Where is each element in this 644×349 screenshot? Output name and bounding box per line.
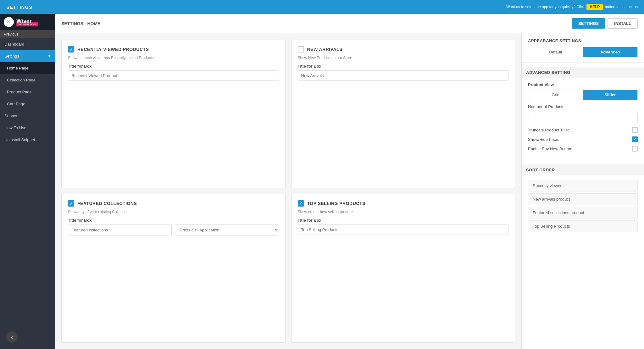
sub-header: SETTINGS - HOME SETTINGS INSTALL xyxy=(55,14,644,33)
truncate-row: Truncate Product Title: xyxy=(528,127,638,133)
sort-item-0[interactable]: Recently viewed xyxy=(528,180,638,191)
sidebar-nav: Dashboard Settings ▾ Home Page Collectio… xyxy=(0,38,55,325)
checkbox-new-arrivals[interactable] xyxy=(298,46,304,53)
btn-default[interactable]: Default xyxy=(528,47,583,57)
card-recently-viewed-title: RECENTLY VIEWED PRODUCTS xyxy=(77,47,149,52)
card-featured-collections-desc: Show any of your existing Collections xyxy=(68,210,279,214)
card-new-arrivals-title: NEW ARRIVALS xyxy=(307,47,343,52)
sort-item-2[interactable]: Featured collections product xyxy=(528,207,638,219)
cards-area: RECENTLY VIEWED PRODUCTS Show on each vi… xyxy=(55,33,521,349)
sidebar: 👁 Wiser commendation Previous Dashboard … xyxy=(0,14,55,349)
num-products-label: Number of Products: xyxy=(528,104,565,109)
recently-viewed-input[interactable] xyxy=(68,70,279,81)
sidebar-item-product-page[interactable]: Product Page xyxy=(0,86,55,98)
card-featured-collections: FEATURED COLLECTIONS Show any of your ex… xyxy=(61,194,286,343)
card-top-selling-desc: Show on our best selling products xyxy=(298,210,509,214)
checkbox-show-price[interactable] xyxy=(632,136,638,142)
card-new-arrivals: NEW ARRIVALS Show New Products in our St… xyxy=(291,40,515,188)
buy-now-label: Enable Buy Now Button: xyxy=(528,147,572,151)
card-featured-collections-title: FEATURED COLLECTIONS xyxy=(77,201,137,206)
install-button[interactable]: INSTALL xyxy=(608,18,638,29)
sidebar-item-uninstall-snippet[interactable]: Uninstall Snippet xyxy=(0,134,55,146)
chevron-down-icon: ▾ xyxy=(48,54,51,58)
checkbox-buy-now[interactable] xyxy=(632,146,638,152)
main-content: SETTINGS - HOME SETTINGS INSTALL RECENTL… xyxy=(55,14,644,349)
topbar-help-text: Want us to setup the app for you quickly… xyxy=(506,5,585,9)
card-new-arrivals-header: NEW ARRIVALS xyxy=(298,46,509,53)
btn-slider[interactable]: Slider xyxy=(583,90,638,100)
buy-now-row: Enable Buy Now Button: xyxy=(528,146,638,152)
sidebar-previous: Previous xyxy=(0,30,55,38)
checkbox-featured-collections[interactable] xyxy=(68,200,74,207)
btn-advanced[interactable]: Advanced xyxy=(583,47,638,57)
sort-title: SORT ORDER xyxy=(522,164,644,175)
sidebar-item-how-to-use[interactable]: How To Use xyxy=(0,122,55,134)
topbar-title: SETTINGS xyxy=(6,4,32,10)
appearance-section: APPEARANCE SETTINGS: Default Advanced xyxy=(522,33,644,63)
sidebar-logo: 👁 Wiser commendation xyxy=(0,14,55,30)
new-arrivals-input[interactable] xyxy=(298,70,509,81)
card-recently-viewed-label: Title for Box xyxy=(68,64,279,69)
sort-section: SORT ORDER Recently viewed New arrivals … xyxy=(522,160,644,238)
advanced-title: ADVANCED SETTING xyxy=(522,67,644,78)
page-title: SETTINGS - HOME xyxy=(61,21,100,26)
featured-collections-select[interactable]: Cross-Sell Application Option 2 Option 3 xyxy=(175,224,279,235)
card-new-arrivals-label: Title for Box xyxy=(298,64,509,69)
product-view-label: Product View xyxy=(528,82,638,87)
num-products-input[interactable]: 6 xyxy=(528,113,638,123)
recommendation-badge: commendation xyxy=(16,22,38,26)
topbar-help-suffix: button to contact us xyxy=(605,5,638,9)
btn-grid[interactable]: Grid xyxy=(528,90,583,100)
sidebar-item-cart-page[interactable]: Cart Page xyxy=(0,98,55,110)
card-recently-viewed: RECENTLY VIEWED PRODUCTS Show on each vi… xyxy=(61,40,286,188)
card-featured-collections-inputs: Cross-Sell Application Option 2 Option 3 xyxy=(68,224,279,235)
featured-collections-input[interactable] xyxy=(68,224,172,235)
card-recently-viewed-header: RECENTLY VIEWED PRODUCTS xyxy=(68,46,279,53)
appearance-btn-group: Default Advanced xyxy=(528,47,638,57)
show-price-label: Show/Hide Price: xyxy=(528,137,559,142)
sidebar-item-dashboard[interactable]: Dashboard xyxy=(0,38,55,50)
top-bar: SETTINGS Want us to setup the app for yo… xyxy=(0,0,644,14)
layout: 👁 Wiser commendation Previous Dashboard … xyxy=(0,14,644,349)
advanced-section: ADVANCED SETTING Product View Grid Slide… xyxy=(522,63,644,160)
top-selling-input[interactable] xyxy=(298,224,509,235)
card-featured-collections-header: FEATURED COLLECTIONS xyxy=(68,200,279,207)
card-top-selling-header: TOP SELLING PRODUCTS xyxy=(298,200,509,207)
sidebar-item-settings-label: Settings xyxy=(4,54,19,58)
topbar-help: Want us to setup the app for you quickly… xyxy=(506,4,638,10)
checkbox-truncate[interactable] xyxy=(632,127,638,133)
num-products-row: Number of Products: xyxy=(528,104,638,109)
appearance-title: APPEARANCE SETTINGS: xyxy=(528,38,638,43)
show-price-row: Show/Hide Price: xyxy=(528,136,638,142)
card-new-arrivals-desc: Show New Products in our Store xyxy=(298,56,509,60)
card-top-selling-title: TOP SELLING PRODUCTS xyxy=(307,201,365,206)
card-top-selling: TOP SELLING PRODUCTS Show on our best se… xyxy=(291,194,515,343)
sidebar-item-collection-page[interactable]: Collection Page xyxy=(0,74,55,86)
right-panel: APPEARANCE SETTINGS: Default Advanced AD… xyxy=(521,33,644,349)
checkbox-recently-viewed[interactable] xyxy=(68,46,74,53)
card-featured-collections-label: Title for Box xyxy=(68,218,279,223)
help-button[interactable]: HELP xyxy=(586,4,603,10)
logo-icon: 👁 xyxy=(4,17,14,27)
sidebar-back-button[interactable]: ‹ xyxy=(6,331,18,343)
checkbox-top-selling[interactable] xyxy=(298,200,304,207)
sidebar-item-support[interactable]: Support xyxy=(0,110,55,122)
header-buttons: SETTINGS INSTALL xyxy=(572,18,638,29)
card-recently-viewed-desc: Show on each visitor has Recently looked… xyxy=(68,56,279,60)
card-top-selling-label: Title for Box xyxy=(298,218,509,223)
settings-button[interactable]: SETTINGS xyxy=(572,18,605,29)
sort-item-3[interactable]: Top Selling Products xyxy=(528,220,638,232)
product-view-btn-group: Grid Slider xyxy=(528,90,638,100)
truncate-label: Truncate Product Title: xyxy=(528,128,569,132)
sidebar-item-settings[interactable]: Settings ▾ xyxy=(0,50,55,62)
sort-item-1[interactable]: New arrivals product xyxy=(528,193,638,205)
sidebar-item-home-page[interactable]: Home Page xyxy=(0,62,55,74)
